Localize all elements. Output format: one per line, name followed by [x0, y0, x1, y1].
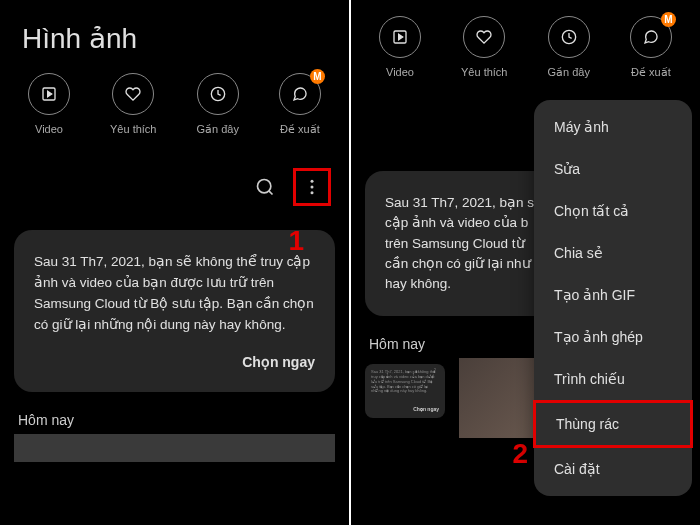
step-number-1: 1: [288, 225, 304, 257]
tab-label: Yêu thích: [110, 123, 156, 135]
chat-icon: M: [279, 73, 321, 115]
tab-recent[interactable]: Gần đây: [196, 73, 238, 136]
tabs-row: Video Yêu thích Gần đây M Đề xuất: [0, 73, 349, 154]
tab-label: Đề xuất: [280, 123, 320, 136]
mini-card: Sau 31 Th7, 2021, bạn sẽ không thể truy …: [365, 364, 445, 418]
heart-icon: [112, 73, 154, 115]
notice-card: Sau 31 Th7, 2021, bạn sẽ không thể truy …: [14, 230, 335, 392]
tab-suggest[interactable]: M Đề xuất: [279, 73, 321, 136]
tab-label: Video: [386, 66, 414, 78]
tab-video[interactable]: Video: [379, 16, 421, 79]
tab-suggest[interactable]: M Đề xuất: [630, 16, 672, 79]
menu-camera[interactable]: Máy ảnh: [534, 106, 692, 148]
play-icon: [28, 73, 70, 115]
step-number-2: 2: [512, 438, 528, 470]
menu-gif[interactable]: Tạo ảnh GIF: [534, 274, 692, 316]
heart-icon: [463, 16, 505, 58]
tabs-row: Video Yêu thích Gần đây M Đề xuất: [351, 0, 700, 97]
page-title: Hình ảnh: [0, 0, 349, 73]
thumbnails: [0, 434, 349, 462]
svg-point-3: [311, 180, 314, 183]
menu-share[interactable]: Chia sẻ: [534, 232, 692, 274]
menu-collage[interactable]: Tạo ảnh ghép: [534, 316, 692, 358]
clock-icon: [197, 73, 239, 115]
badge: M: [661, 12, 676, 27]
tab-video[interactable]: Video: [28, 73, 70, 136]
play-icon: [379, 16, 421, 58]
mini-text: Sau 31 Th7, 2021, bạn sẽ không thể truy …: [371, 370, 439, 394]
svg-point-4: [311, 186, 314, 189]
tab-favorite[interactable]: Yêu thích: [461, 16, 507, 79]
actions-row: [0, 154, 349, 220]
svg-point-2: [258, 180, 271, 193]
panel-right: Video Yêu thích Gần đây M Đề xuất Sau 31…: [351, 0, 700, 525]
tab-recent[interactable]: Gần đây: [547, 16, 589, 79]
app-container: Hình ảnh Video Yêu thích Gần đây M Đề xu…: [0, 0, 700, 525]
tab-label: Yêu thích: [461, 66, 507, 78]
card-text: Sau 31 Th7, 2021, bạn sẽ không thể truy …: [34, 252, 315, 336]
chat-icon: M: [630, 16, 672, 58]
svg-point-5: [311, 191, 314, 194]
tab-label: Đề xuất: [631, 66, 671, 79]
menu-settings[interactable]: Cài đặt: [534, 448, 692, 490]
section-today: Hôm nay: [0, 402, 349, 434]
tab-label: Gần đây: [547, 66, 589, 79]
tab-label: Gần đây: [196, 123, 238, 136]
search-icon[interactable]: [251, 173, 279, 201]
clock-icon: [548, 16, 590, 58]
tab-label: Video: [35, 123, 63, 135]
menu-edit[interactable]: Sửa: [534, 148, 692, 190]
choose-now-button[interactable]: Chọn ngay: [34, 354, 315, 370]
more-icon[interactable]: [298, 173, 326, 201]
highlight-more: [293, 168, 331, 206]
menu-slideshow[interactable]: Trình chiếu: [534, 358, 692, 400]
menu-trash[interactable]: Thùng rác: [533, 400, 693, 448]
badge: M: [310, 69, 325, 84]
overflow-menu: Máy ảnh Sửa Chọn tất cả Chia sẻ Tạo ảnh …: [534, 100, 692, 496]
panel-left: Hình ảnh Video Yêu thích Gần đây M Đề xu…: [0, 0, 349, 525]
tab-favorite[interactable]: Yêu thích: [110, 73, 156, 136]
thumbnail[interactable]: [14, 434, 335, 462]
mini-btn: Chọn ngay: [371, 406, 439, 412]
menu-select-all[interactable]: Chọn tất cả: [534, 190, 692, 232]
